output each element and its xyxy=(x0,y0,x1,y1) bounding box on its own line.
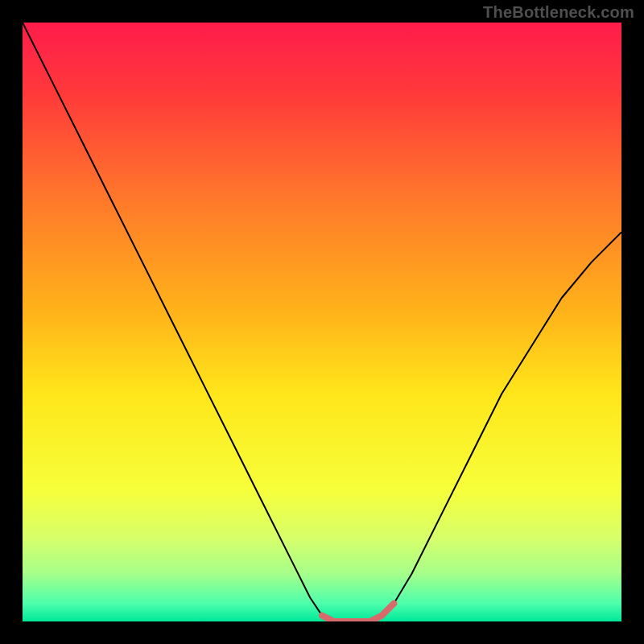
watermark-text: TheBottleneck.com xyxy=(483,3,634,22)
gradient-background xyxy=(23,23,621,621)
chart-frame: TheBottleneck.com xyxy=(0,0,644,644)
chart-svg xyxy=(23,23,621,621)
bottleneck-plot xyxy=(23,23,621,621)
